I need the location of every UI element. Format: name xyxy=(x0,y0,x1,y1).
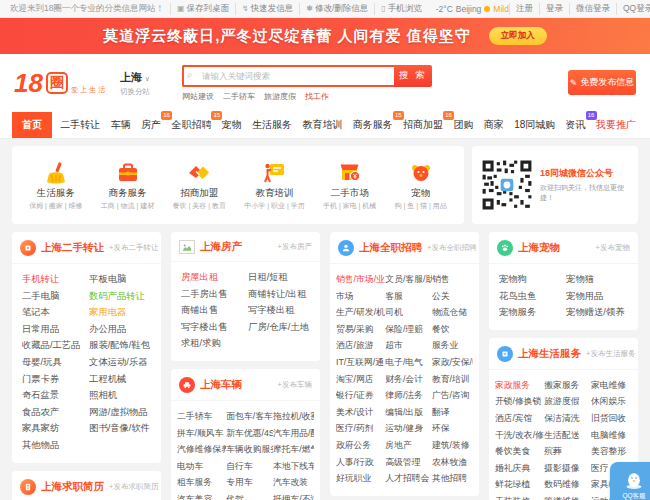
category-link[interactable]: 电动车 xyxy=(177,458,226,475)
category-link[interactable]: 好玩职业 xyxy=(336,470,385,487)
category-link[interactable]: 宠物用品 xyxy=(566,288,628,305)
category-link[interactable]: 生活配送 xyxy=(544,427,591,444)
category-link[interactable]: 旧货回收 xyxy=(591,410,632,427)
category-link[interactable]: 教育/培训 xyxy=(432,371,473,388)
category-link[interactable]: 拖拉机/收割机 xyxy=(273,408,314,425)
category-link[interactable]: 人事/行政 xyxy=(336,454,385,471)
category-link[interactable]: 宠物服务 xyxy=(499,304,566,321)
category-link[interactable]: 汽车用品/配件 xyxy=(273,425,314,442)
category-link[interactable]: 车辆收购服务 xyxy=(226,441,273,458)
category-link[interactable]: 摄影摄像 xyxy=(544,460,591,477)
category-link[interactable]: 酒店/旅游 xyxy=(336,337,385,354)
site-logo[interactable]: 18 圈 爱上生活 xyxy=(14,70,114,96)
category-link[interactable]: 文员/客服/助 xyxy=(385,271,432,288)
category-link[interactable]: 奇石盆景 xyxy=(22,387,89,404)
category-link[interactable]: 面包车/客车 xyxy=(226,408,273,425)
category-link[interactable]: 农林牧渔 xyxy=(432,454,473,471)
category-link[interactable]: 宠物猫 xyxy=(566,271,628,288)
category-link[interactable]: 本地下线车 xyxy=(273,458,314,475)
section-title[interactable]: 上海车辆 xyxy=(200,378,242,392)
nav-item[interactable]: 商务服务15 xyxy=(351,112,395,138)
category-link[interactable]: 摩托车/燃气车 xyxy=(273,441,314,458)
category-link[interactable]: 商铺出售 xyxy=(181,302,248,319)
category-link[interactable]: 干洗/改衣/修鞋 xyxy=(495,427,544,444)
category-link[interactable]: 淘宝/网店 xyxy=(336,371,385,388)
hot-keyword-link[interactable]: 二手轿车 xyxy=(223,91,255,102)
category-link[interactable]: 汽修维修保养 xyxy=(177,441,226,458)
post-house-link[interactable]: +发布房产 xyxy=(278,242,312,252)
category-link[interactable]: 销售 xyxy=(432,271,473,288)
category-link[interactable]: 家电维修 xyxy=(591,377,632,394)
nav-item[interactable]: 车辆 xyxy=(109,112,133,138)
category-link[interactable]: 电脑维修 xyxy=(591,427,632,444)
category-link[interactable]: 家具家纺 xyxy=(22,420,89,437)
category-link[interactable]: 照相机 xyxy=(89,387,151,404)
nav-item[interactable]: 18同城购 xyxy=(512,112,557,138)
topbar-link[interactable]: ✱修改/删除信息 xyxy=(299,3,374,15)
category-link[interactable]: 写字楼出租 xyxy=(248,302,310,319)
category-link[interactable]: 建筑/装修 xyxy=(432,437,473,454)
category-link[interactable]: 高级管理 xyxy=(385,454,432,471)
category-link[interactable]: 数码产品转让 xyxy=(89,288,151,305)
category-link[interactable]: 二手房出售 xyxy=(181,286,248,303)
post-secondhand-link[interactable]: +发布二手转让 xyxy=(109,243,158,253)
post-job-link[interactable]: +发布全职招聘 xyxy=(427,243,476,253)
nav-item[interactable]: 宠物 xyxy=(220,112,244,138)
section-title[interactable]: 上海全职招聘 xyxy=(359,241,422,255)
category-link[interactable]: 其他物品 xyxy=(22,437,89,454)
account-link[interactable]: 微信登录 xyxy=(569,3,616,15)
nav-item[interactable]: 招商加盟16 xyxy=(401,112,445,138)
category-link[interactable]: 保洁清洗 xyxy=(544,410,591,427)
category-link[interactable]: 政府公务 xyxy=(336,437,385,454)
category-link[interactable]: IT/互联网/通 xyxy=(336,354,385,371)
join-now-button[interactable]: 立即加入 xyxy=(489,27,547,45)
category-link[interactable]: 网游/虚拟物品 xyxy=(89,404,151,421)
nav-item[interactable]: 首页 xyxy=(12,112,52,138)
category-link[interactable]: 鲜花绿植 xyxy=(495,476,544,493)
category-link[interactable]: 保险/理赔 xyxy=(385,321,432,338)
category-business-services[interactable]: 商务服务 工商 | 物流 | 建材 xyxy=(101,160,154,211)
search-input[interactable] xyxy=(182,65,394,87)
category-link[interactable]: 收藏品/工艺品 xyxy=(22,337,89,354)
category-link[interactable]: 管道维修 xyxy=(544,493,591,500)
category-link[interactable]: 休闲娱乐 xyxy=(591,393,632,410)
section-title[interactable]: 上海宠物 xyxy=(518,241,560,255)
category-link[interactable]: 求租/求购 xyxy=(181,335,248,352)
category-link[interactable]: 工程机械 xyxy=(89,371,151,388)
category-link[interactable]: 银行/证券 xyxy=(336,387,385,404)
category-link[interactable]: 拼车/顺风车 xyxy=(177,425,226,442)
section-title[interactable]: 上海二手转让 xyxy=(41,241,104,255)
category-link[interactable]: 环保 xyxy=(432,420,473,437)
category-link[interactable]: 服务业 xyxy=(432,337,473,354)
category-link[interactable]: 工装装修 xyxy=(495,493,544,500)
category-education[interactable]: 教育培训 中小学 | 职业 | 学历 xyxy=(244,160,304,211)
category-link[interactable]: 客服 xyxy=(385,288,432,305)
category-link[interactable]: 餐饮美食 xyxy=(495,443,544,460)
category-link[interactable]: 自行车 xyxy=(226,458,273,475)
category-link[interactable]: 编辑/出版 xyxy=(385,404,432,421)
category-link[interactable]: 美容整形 xyxy=(591,443,632,460)
switch-site-link[interactable]: 切换分站 xyxy=(120,87,172,97)
section-title[interactable]: 上海生活服务 xyxy=(518,347,581,361)
category-link[interactable]: 其他招聘 xyxy=(432,470,473,487)
post-info-button[interactable]: ✎ 免费发布信息 xyxy=(568,70,636,95)
category-link[interactable]: 医疗/药剂 xyxy=(336,420,385,437)
category-link[interactable]: 代驾 xyxy=(226,491,273,500)
category-link[interactable]: 租车服务 xyxy=(177,474,226,491)
nav-item[interactable]: 资讯16 xyxy=(564,112,588,138)
account-link[interactable]: 注册 xyxy=(509,3,539,15)
category-link[interactable]: 家政/安保/物 xyxy=(432,354,473,371)
promo-banner[interactable]: 莫道浮云终蔽日,严冬过尽绽春蕾 人间有爱 值得坚守 立即加入 xyxy=(0,18,650,54)
weather-widget[interactable]: -2°C Beijing Mild xyxy=(436,4,509,14)
hot-keyword-link[interactable]: 网站建设 xyxy=(182,91,214,102)
nav-item[interactable]: 二手转让 xyxy=(58,112,102,138)
category-link[interactable]: 家用电器 xyxy=(89,304,151,321)
category-link[interactable]: 开锁/修换锁 xyxy=(495,393,544,410)
category-link[interactable]: 厂房/仓库/土地 xyxy=(248,319,310,336)
category-secondhand-market[interactable]: 二手市场 手机 | 家电 | 机械 xyxy=(323,160,376,211)
category-link[interactable]: 家政服务 xyxy=(495,377,544,394)
category-link[interactable]: 超市 xyxy=(385,337,432,354)
category-link[interactable]: 图书/音像/软件 xyxy=(89,420,151,437)
nav-item[interactable]: 我要推广 xyxy=(594,112,638,138)
category-link[interactable]: 生产/研发/机 xyxy=(336,304,385,321)
